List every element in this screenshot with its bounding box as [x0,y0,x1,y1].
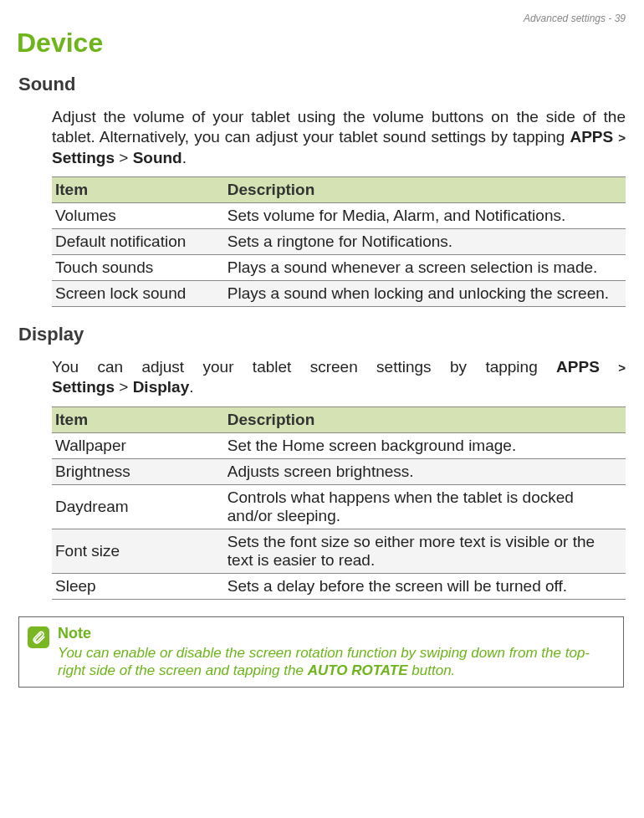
table-row: Touch sounds Plays a sound whenever a sc… [52,254,626,280]
cell-desc: Plays a sound when locking and unlocking… [224,280,626,306]
period: . [189,378,193,396]
table-row: Screen lock sound Plays a sound when loc… [52,280,626,306]
table-header-description: Description [224,406,626,432]
section-heading-sound: Sound [18,74,626,95]
nav-apps: APPS [556,358,600,376]
cell-desc: Controls what happens when the tablet is… [224,484,626,529]
note-content: Note You can enable or disable the scree… [58,625,615,680]
sound-intro: Adjust the volume of your tablet using t… [52,107,626,168]
table-row: Daydream Controls what happens when the … [52,484,626,529]
cell-item: Wallpaper [52,432,224,458]
table-row: Default notification Sets a ringtone for… [52,228,626,254]
note-box: Note You can enable or disable the scree… [18,616,624,688]
display-intro-line1: You can adjust your tablet screen settin… [52,358,626,376]
nav-sound: Sound [133,149,182,166]
table-header-item: Item [52,406,224,432]
gt-sep: > [119,378,128,396]
cell-item: Font size [52,529,224,573]
chevron-right-icon: > [618,130,626,145]
cell-item: Touch sounds [52,254,224,280]
sound-table: Item Description Volumes Sets volume for… [52,176,626,307]
cell-item: Default notification [52,228,224,254]
note-text-post: button. [408,662,456,678]
cell-desc: Sets a ringtone for Notifications. [224,228,626,254]
table-row: Brightness Adjusts screen brightness. [52,458,626,484]
nav-settings: Settings [52,378,115,396]
cell-desc: Sets volume for Media, Alarm, and Notifi… [224,202,626,228]
sound-intro-text: Adjust the volume of your tablet using t… [52,108,626,146]
note-bold: AUTO ROTATE [308,662,408,678]
cell-desc: Adjusts screen brightness. [224,458,626,484]
section-heading-display: Display [18,324,626,345]
display-intro-text: You can adjust your tablet screen settin… [52,358,556,376]
cell-item: Brightness [52,458,224,484]
running-header: Advanced settings - 39 [17,13,626,24]
paperclip-icon [28,626,49,648]
cell-desc: Set the Home screen background image. [224,432,626,458]
table-header-item: Item [52,176,224,202]
nav-display: Display [133,378,190,396]
period: . [182,149,187,166]
table-row: Font size Sets the font size so either m… [52,529,626,573]
table-row: Volumes Sets volume for Media, Alarm, an… [52,202,626,228]
table-header-description: Description [224,176,626,202]
nav-settings: Settings [52,149,115,166]
chevron-right-icon: > [618,360,626,375]
note-text: You can enable or disable the screen rot… [58,644,615,680]
cell-item: Screen lock sound [52,280,224,306]
cell-desc: Plays a sound whenever a screen selectio… [224,254,626,280]
gt-sep: > [119,149,128,166]
display-table: Item Description Wallpaper Set the Home … [52,406,626,600]
cell-desc: Sets a delay before the screen will be t… [224,573,626,599]
cell-desc: Sets the font size so either more text i… [224,529,626,573]
cell-item: Daydream [52,484,224,529]
display-intro: You can adjust your tablet screen settin… [52,357,626,398]
table-row: Sleep Sets a delay before the screen wil… [52,573,626,599]
page-title: Device [17,28,626,59]
note-title: Note [58,625,615,642]
table-row: Wallpaper Set the Home screen background… [52,432,626,458]
nav-apps: APPS [570,128,613,146]
cell-item: Sleep [52,573,224,599]
cell-item: Volumes [52,202,224,228]
